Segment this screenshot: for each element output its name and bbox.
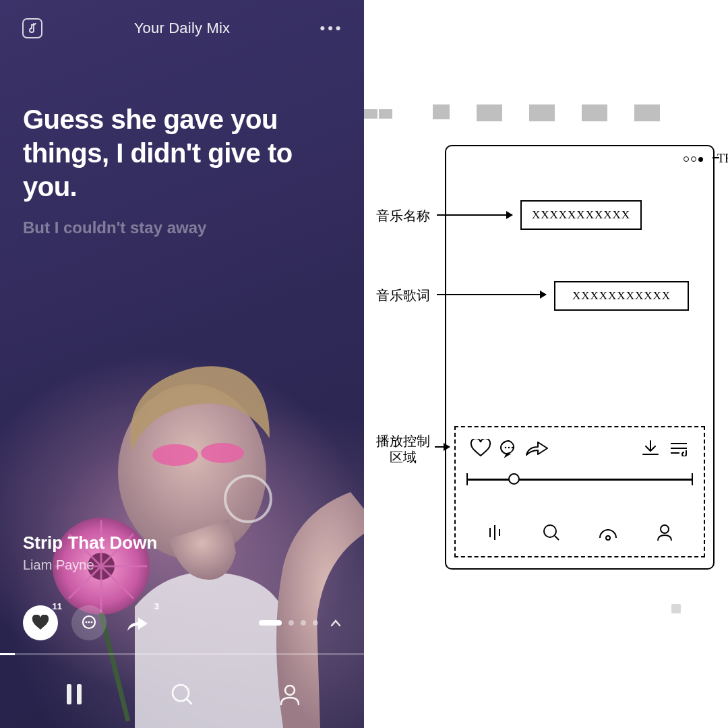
annotation-arrow [437,214,512,216]
pause-icon [64,683,84,706]
track-meta: Strip That Down Liam Payne [23,533,157,573]
comment-button[interactable] [71,605,107,640]
player-header: Your Daily Mix ••• [0,0,364,49]
share-outline-icon [523,437,551,460]
svg-point-32 [661,525,669,533]
wireframe-play-control-area [454,426,705,557]
pause-button[interactable] [54,674,94,715]
decorative-pixel-bar [364,104,728,131]
wireframe-diagram-panel: TE XXXXXXXXXXX XXXXXXXXXXX [364,0,728,728]
play-control-row-1 [466,437,693,460]
placeholder-text: XXXXXXXXXXX [572,289,671,303]
svg-point-10 [225,476,271,522]
action-row: 11 3 [0,605,364,640]
svg-point-31 [606,536,610,540]
radio-icon [594,521,622,544]
page-dot [313,620,318,626]
svg-point-20 [505,447,507,449]
search-icon [171,683,193,706]
page-title: Your Daily Mix [134,20,231,37]
now-playing-icon-button[interactable] [19,15,46,42]
more-horizontal-icon: ••• [320,20,343,37]
music-player-screen: Your Daily Mix ••• Guess she gave you th… [0,0,364,728]
page-dot-active [259,620,282,626]
progress-fill [0,653,15,655]
page-dot [301,620,306,626]
svg-rect-15 [67,684,71,704]
svg-point-14 [91,621,93,624]
play-control-row-2 [466,521,693,544]
wireframe-menu-dots [684,153,705,164]
more-options-button[interactable]: ••• [318,15,345,42]
playlist-icon [665,437,693,460]
search-nav-button[interactable] [162,674,202,715]
svg-point-22 [512,447,514,449]
current-lyric: Guess she gave you things, I didn't give… [23,102,341,204]
annotation-music-lyrics: 音乐歌词 [376,287,430,303]
svg-point-12 [86,621,88,624]
svg-point-13 [88,621,90,624]
svg-point-29 [544,525,556,537]
svg-point-1 [152,444,198,466]
like-count: 11 [53,601,62,611]
search-outline-icon [537,521,566,544]
share-count: 3 [154,601,159,611]
page-indicator[interactable] [259,619,341,627]
profile-nav-button[interactable] [270,674,310,715]
share-arrow-icon [126,613,149,632]
svg-point-19 [285,686,295,695]
wireframe-lyrics-box: XXXXXXXXXXX [554,281,689,311]
wireframe-device-frame: TE XXXXXXXXXXX XXXXXXXXXXX [445,145,715,570]
like-button[interactable]: 11 [23,605,58,640]
page-dot [289,620,294,626]
svg-rect-16 [77,684,82,704]
annotation-music-name: 音乐名称 [376,208,430,224]
comment-icon [81,615,97,631]
annotation-menu-label: TE [717,152,728,166]
annotation-arrow [435,446,450,448]
svg-point-21 [508,447,510,449]
next-lyric: But I couldn't stay away [23,218,341,237]
svg-point-2 [201,443,244,463]
bottom-nav [0,661,364,728]
svg-line-30 [555,536,559,540]
equalizer-icon [481,521,509,544]
progress-bar[interactable] [0,653,364,655]
placeholder-text: XXXXXXXXXXX [532,208,630,222]
wireframe-name-box: XXXXXXXXXXX [520,200,642,230]
download-icon [636,437,665,460]
track-title: Strip That Down [23,533,157,553]
heart-outline-icon [466,437,495,460]
lyrics-block: Guess she gave you things, I didn't give… [0,49,364,237]
progress-slider [466,479,693,481]
annotation-arrow [437,294,546,295]
profile-icon [278,683,301,706]
share-button[interactable]: 3 [120,605,155,640]
profile-outline-icon [650,521,679,544]
heart-icon [32,615,49,631]
annotation-play-control: 播放控制 区域 [376,433,430,465]
track-artist: Liam Payne [23,557,157,573]
svg-line-18 [187,699,191,704]
comment-outline-icon [495,437,523,460]
music-note-icon [22,18,42,38]
decorative-dot [671,604,681,613]
chevron-up-icon [330,619,341,627]
